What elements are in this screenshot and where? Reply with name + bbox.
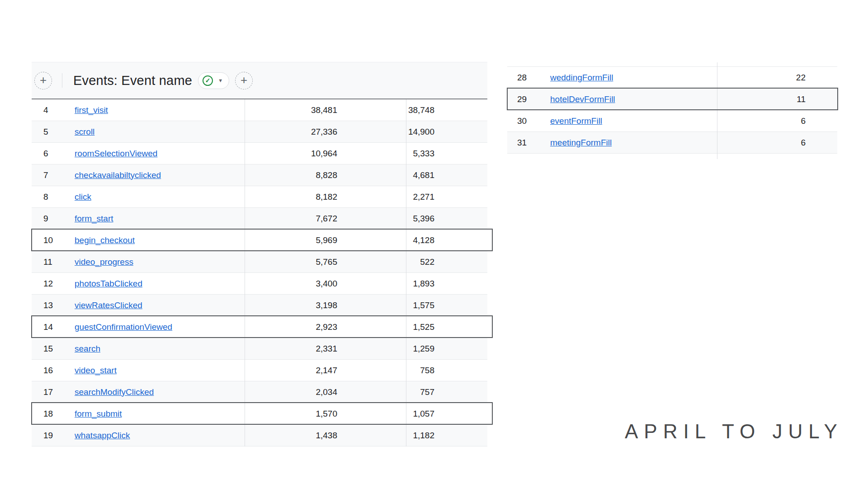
event-name-link[interactable]: hotelDevFormFill xyxy=(550,94,615,104)
event-name-link[interactable]: photosTabClicked xyxy=(75,279,142,288)
row-number: 9 xyxy=(32,214,75,224)
add-dimension-button-left[interactable]: + xyxy=(34,72,52,89)
metric-value: 6 xyxy=(717,138,837,148)
metric-value: 6 xyxy=(717,116,837,126)
dimension-filter-pill[interactable]: ✓ ▼ xyxy=(198,72,229,89)
row-number: 30 xyxy=(507,116,550,126)
metric-value: 2,923 xyxy=(245,322,406,332)
event-name-link[interactable]: searchModifyClicked xyxy=(75,387,154,397)
table-row: 13viewRatesClicked3,1981,575 xyxy=(32,295,487,316)
metric-value: 4,681 xyxy=(406,170,487,180)
event-name-link[interactable]: meetingFormFill xyxy=(550,138,612,147)
row-number: 7 xyxy=(32,170,75,180)
event-name-link[interactable]: roomSelectionViewed xyxy=(75,149,157,158)
event-name-link[interactable]: whatsappClick xyxy=(75,431,130,440)
metric-value: 8,828 xyxy=(245,170,406,180)
event-name-cell: weddingFormFill xyxy=(550,73,717,83)
right-table-body: 28weddingFormFill2229hotelDevFormFill113… xyxy=(507,66,837,154)
metric-value: 4,128 xyxy=(406,235,487,245)
table-row: 7checkavailabiltyclicked8,8284,681 xyxy=(32,164,487,186)
add-dimension-button-right[interactable]: + xyxy=(235,72,253,89)
metric-value: 5,765 xyxy=(245,257,406,267)
row-number: 10 xyxy=(32,235,75,245)
event-name-cell: click xyxy=(75,192,245,202)
event-name-cell: video_progress xyxy=(75,257,245,267)
form-fill-table: 28weddingFormFill2229hotelDevFormFill113… xyxy=(507,66,837,154)
dimension-title: Events: Event name xyxy=(73,73,192,88)
table-row: 11video_progress5,765522 xyxy=(32,251,487,273)
event-name-link[interactable]: eventFormFill xyxy=(550,116,602,126)
event-name-link[interactable]: form_start xyxy=(75,214,113,223)
row-number: 29 xyxy=(507,94,550,104)
event-name-link[interactable]: scroll xyxy=(75,127,94,136)
table-row: 9form_start7,6725,396 xyxy=(32,208,487,230)
event-name-cell: eventFormFill xyxy=(550,116,717,126)
metric-value: 1,438 xyxy=(245,431,406,441)
metric-value: 522 xyxy=(406,257,487,267)
header-divider xyxy=(62,73,62,88)
row-number: 28 xyxy=(507,73,550,83)
event-name-link[interactable]: search xyxy=(75,344,100,353)
row-number: 14 xyxy=(32,322,75,332)
left-table-body: 4first_visit38,48138,7485scroll27,33614,… xyxy=(32,99,487,446)
metric-value: 10,964 xyxy=(245,149,406,159)
table-row: 14guestConfirmationViewed2,9231,525 xyxy=(32,316,487,338)
event-name-cell: viewRatesClicked xyxy=(75,300,245,310)
metric-value: 5,333 xyxy=(406,149,487,159)
metric-value: 757 xyxy=(406,387,487,397)
metric-value: 5,969 xyxy=(245,235,406,245)
metric-value: 2,331 xyxy=(245,344,406,354)
event-name-link[interactable]: begin_checkout xyxy=(75,235,135,245)
date-range-caption: APRIL TO JULY xyxy=(625,420,843,443)
metric-value: 27,336 xyxy=(245,127,406,137)
row-number: 15 xyxy=(32,344,75,354)
event-name-cell: scroll xyxy=(75,127,245,137)
event-name-cell: begin_checkout xyxy=(75,235,245,245)
event-name-cell: meetingFormFill xyxy=(550,138,717,148)
metric-value: 3,400 xyxy=(245,279,406,289)
row-number: 17 xyxy=(32,387,75,397)
metric-value: 22 xyxy=(717,73,837,83)
metric-value: 38,481 xyxy=(245,105,406,115)
event-name-cell: checkavailabiltyclicked xyxy=(75,170,245,180)
table-row: 17searchModifyClicked2,034757 xyxy=(32,381,487,403)
event-name-cell: whatsappClick xyxy=(75,431,245,441)
add-icon: + xyxy=(241,74,247,86)
event-name-cell: search xyxy=(75,344,245,354)
event-name-link[interactable]: video_start xyxy=(75,366,117,375)
event-name-link[interactable]: form_submit xyxy=(75,409,122,418)
metric-value: 1,057 xyxy=(406,409,487,419)
event-name-link[interactable]: checkavailabiltyclicked xyxy=(75,170,161,180)
table-row: 12photosTabClicked3,4001,893 xyxy=(32,273,487,295)
event-name-cell: photosTabClicked xyxy=(75,279,245,289)
event-name-cell: roomSelectionViewed xyxy=(75,149,245,159)
table-row: 18form_submit1,5701,057 xyxy=(32,403,487,425)
table-row: 31meetingFormFill6 xyxy=(507,132,837,154)
table-row: 10begin_checkout5,9694,128 xyxy=(32,230,487,251)
row-number: 16 xyxy=(32,366,75,375)
metric-value: 1,182 xyxy=(406,431,487,441)
event-name-link[interactable]: first_visit xyxy=(75,105,108,115)
events-table: + Events: Event name ✓ ▼ + 4first_visit3… xyxy=(32,62,487,446)
event-name-link[interactable]: weddingFormFill xyxy=(550,73,613,82)
event-name-cell: form_submit xyxy=(75,409,245,419)
metric-value: 11 xyxy=(717,94,837,104)
event-name-cell: video_start xyxy=(75,366,245,375)
table-row: 19whatsappClick1,4381,182 xyxy=(32,425,487,446)
event-name-cell: first_visit xyxy=(75,105,245,115)
add-icon: + xyxy=(40,74,47,86)
event-name-link[interactable]: viewRatesClicked xyxy=(75,300,142,310)
events-table-header: + Events: Event name ✓ ▼ + xyxy=(32,62,487,99)
metric-value: 2,271 xyxy=(406,192,487,202)
row-number: 13 xyxy=(32,300,75,310)
event-name-link[interactable]: video_progress xyxy=(75,257,133,267)
row-number: 5 xyxy=(32,127,75,137)
row-number: 11 xyxy=(32,257,75,267)
event-name-link[interactable]: guestConfirmationViewed xyxy=(75,322,172,332)
event-name-cell: searchModifyClicked xyxy=(75,387,245,397)
metric-value: 1,525 xyxy=(406,322,487,332)
event-name-cell: form_start xyxy=(75,214,245,224)
event-name-link[interactable]: click xyxy=(75,192,91,202)
metric-value: 3,198 xyxy=(245,300,406,310)
table-row: 16video_start2,147758 xyxy=(32,360,487,381)
